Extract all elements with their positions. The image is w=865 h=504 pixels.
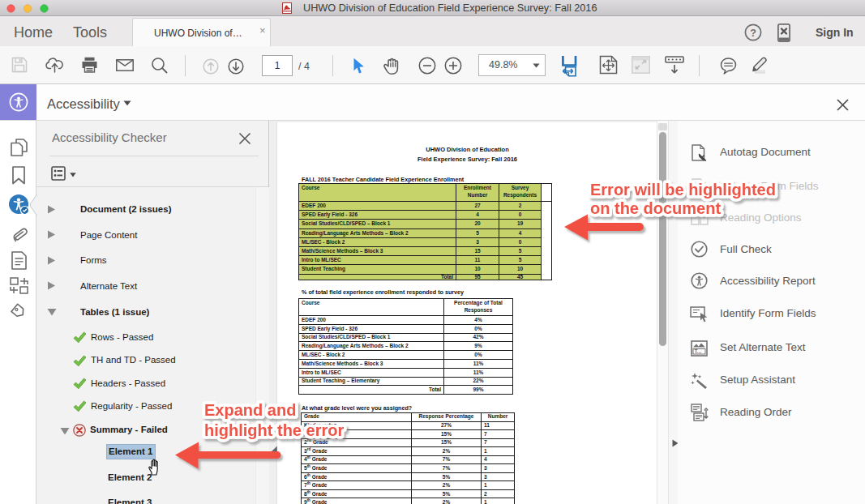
svg-text:highlight the error: highlight the error: [204, 421, 344, 439]
svg-text:Expand and: Expand and: [204, 401, 296, 419]
svg-text:Error will be highlighted: Error will be highlighted: [590, 181, 776, 199]
svg-text:on the document: on the document: [590, 199, 721, 217]
